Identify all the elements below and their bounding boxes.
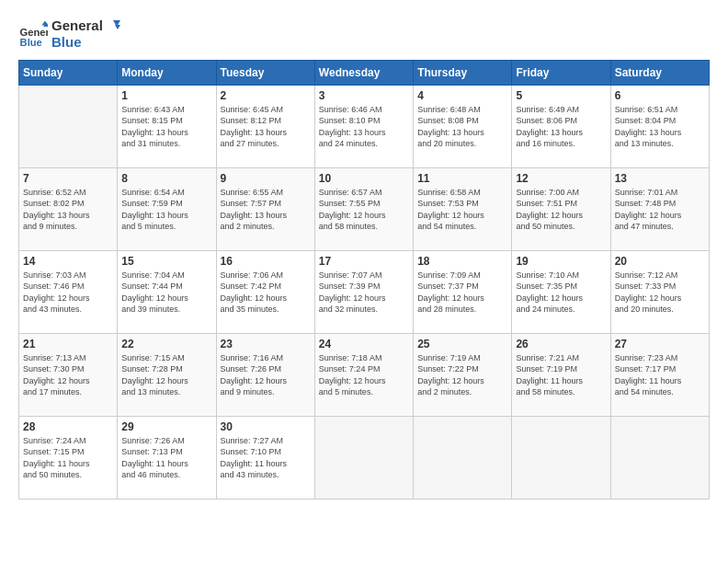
calendar-cell: 8Sunrise: 6:54 AM Sunset: 7:59 PM Daylig…	[118, 167, 216, 250]
day-info: Sunrise: 6:52 AM Sunset: 8:02 PM Dayligh…	[23, 187, 113, 233]
day-number: 22	[121, 338, 211, 350]
svg-marker-5	[115, 25, 120, 29]
calendar-cell: 15Sunrise: 7:04 AM Sunset: 7:44 PM Dayli…	[118, 250, 216, 333]
day-number: 24	[319, 338, 409, 350]
svg-text:Blue: Blue	[20, 37, 42, 48]
day-number: 25	[417, 338, 507, 350]
day-number: 3	[319, 89, 409, 102]
calendar-week-2: 7Sunrise: 6:52 AM Sunset: 8:02 PM Daylig…	[19, 167, 710, 250]
calendar-cell: 29Sunrise: 7:26 AM Sunset: 7:13 PM Dayli…	[118, 416, 216, 499]
day-number: 17	[319, 255, 409, 268]
day-info: Sunrise: 6:55 AM Sunset: 7:57 PM Dayligh…	[221, 187, 311, 233]
day-number: 18	[417, 255, 507, 268]
day-info: Sunrise: 6:58 AM Sunset: 7:53 PM Dayligh…	[417, 187, 507, 233]
calendar-cell: 12Sunrise: 7:00 AM Sunset: 7:51 PM Dayli…	[512, 167, 610, 250]
day-number: 7	[23, 172, 113, 185]
weekday-header-sunday: Sunday	[19, 60, 118, 85]
day-info: Sunrise: 7:24 AM Sunset: 7:15 PM Dayligh…	[23, 435, 113, 481]
logo-icon: General Blue	[18, 19, 48, 49]
calendar-cell	[314, 416, 413, 499]
calendar-cell: 14Sunrise: 7:03 AM Sunset: 7:46 PM Dayli…	[19, 250, 118, 333]
day-info: Sunrise: 6:46 AM Sunset: 8:10 PM Dayligh…	[319, 104, 409, 150]
calendar-cell: 2Sunrise: 6:45 AM Sunset: 8:12 PM Daylig…	[216, 85, 314, 167]
day-number: 26	[516, 338, 606, 350]
weekday-header-tuesday: Tuesday	[216, 60, 314, 85]
calendar-cell: 9Sunrise: 6:55 AM Sunset: 7:57 PM Daylig…	[216, 167, 314, 250]
svg-text:General: General	[20, 27, 48, 38]
day-info: Sunrise: 7:12 AM Sunset: 7:33 PM Dayligh…	[615, 270, 705, 316]
calendar-cell: 10Sunrise: 6:57 AM Sunset: 7:55 PM Dayli…	[314, 167, 413, 250]
calendar-cell: 23Sunrise: 7:16 AM Sunset: 7:26 PM Dayli…	[216, 333, 314, 416]
calendar-cell: 3Sunrise: 6:46 AM Sunset: 8:10 PM Daylig…	[314, 85, 413, 167]
day-number: 13	[615, 172, 705, 185]
day-info: Sunrise: 7:18 AM Sunset: 7:24 PM Dayligh…	[319, 352, 409, 398]
day-info: Sunrise: 7:21 AM Sunset: 7:19 PM Dayligh…	[516, 352, 606, 398]
day-number: 6	[615, 89, 705, 102]
calendar-cell: 24Sunrise: 7:18 AM Sunset: 7:24 PM Dayli…	[314, 333, 413, 416]
weekday-header-saturday: Saturday	[610, 60, 709, 85]
calendar-cell: 22Sunrise: 7:15 AM Sunset: 7:28 PM Dayli…	[118, 333, 216, 416]
day-number: 8	[121, 172, 211, 185]
calendar-cell: 7Sunrise: 6:52 AM Sunset: 8:02 PM Daylig…	[19, 167, 118, 250]
weekday-header-friday: Friday	[512, 60, 610, 85]
calendar-table: SundayMondayTuesdayWednesdayThursdayFrid…	[18, 60, 710, 500]
day-number: 4	[417, 89, 507, 102]
day-info: Sunrise: 7:06 AM Sunset: 7:42 PM Dayligh…	[221, 270, 311, 316]
calendar-cell: 18Sunrise: 7:09 AM Sunset: 7:37 PM Dayli…	[414, 250, 512, 333]
calendar-cell: 27Sunrise: 7:23 AM Sunset: 7:17 PM Dayli…	[610, 333, 709, 416]
day-info: Sunrise: 7:07 AM Sunset: 7:39 PM Dayligh…	[319, 270, 409, 316]
logo: General Blue General Blue	[18, 18, 121, 51]
day-number: 16	[221, 255, 311, 268]
day-info: Sunrise: 6:57 AM Sunset: 7:55 PM Dayligh…	[319, 187, 409, 233]
day-number: 9	[221, 172, 311, 185]
calendar-cell: 4Sunrise: 6:48 AM Sunset: 8:08 PM Daylig…	[414, 85, 512, 167]
day-info: Sunrise: 7:04 AM Sunset: 7:44 PM Dayligh…	[121, 270, 211, 316]
weekday-header-monday: Monday	[118, 60, 216, 85]
calendar-cell	[610, 416, 709, 499]
day-info: Sunrise: 6:43 AM Sunset: 8:15 PM Dayligh…	[121, 104, 211, 150]
day-number: 19	[516, 255, 606, 268]
day-number: 15	[121, 255, 211, 268]
calendar-cell: 28Sunrise: 7:24 AM Sunset: 7:15 PM Dayli…	[19, 416, 118, 499]
calendar-cell: 11Sunrise: 6:58 AM Sunset: 7:53 PM Dayli…	[414, 167, 512, 250]
calendar-cell: 17Sunrise: 7:07 AM Sunset: 7:39 PM Dayli…	[314, 250, 413, 333]
day-info: Sunrise: 7:15 AM Sunset: 7:28 PM Dayligh…	[121, 352, 211, 398]
calendar-week-5: 28Sunrise: 7:24 AM Sunset: 7:15 PM Dayli…	[19, 416, 710, 499]
day-info: Sunrise: 6:45 AM Sunset: 8:12 PM Dayligh…	[221, 104, 311, 150]
calendar-cell: 6Sunrise: 6:51 AM Sunset: 8:04 PM Daylig…	[610, 85, 709, 167]
calendar-cell	[414, 416, 512, 499]
calendar-cell: 30Sunrise: 7:27 AM Sunset: 7:10 PM Dayli…	[216, 416, 314, 499]
day-info: Sunrise: 7:13 AM Sunset: 7:30 PM Dayligh…	[23, 352, 113, 398]
day-info: Sunrise: 7:09 AM Sunset: 7:37 PM Dayligh…	[417, 270, 507, 316]
weekday-header-row: SundayMondayTuesdayWednesdayThursdayFrid…	[19, 60, 710, 85]
day-info: Sunrise: 7:27 AM Sunset: 7:10 PM Dayligh…	[221, 435, 311, 481]
calendar-cell: 16Sunrise: 7:06 AM Sunset: 7:42 PM Dayli…	[216, 250, 314, 333]
calendar-cell: 26Sunrise: 7:21 AM Sunset: 7:19 PM Dayli…	[512, 333, 610, 416]
day-number: 14	[23, 255, 113, 268]
day-info: Sunrise: 6:51 AM Sunset: 8:04 PM Dayligh…	[615, 104, 705, 150]
day-number: 28	[23, 420, 113, 433]
calendar-cell: 13Sunrise: 7:01 AM Sunset: 7:48 PM Dayli…	[610, 167, 709, 250]
day-info: Sunrise: 7:26 AM Sunset: 7:13 PM Dayligh…	[121, 435, 211, 481]
calendar-week-1: 1Sunrise: 6:43 AM Sunset: 8:15 PM Daylig…	[19, 85, 710, 167]
day-number: 12	[516, 172, 606, 185]
logo-text: General	[51, 18, 121, 35]
calendar-week-3: 14Sunrise: 7:03 AM Sunset: 7:46 PM Dayli…	[19, 250, 710, 333]
calendar-cell: 1Sunrise: 6:43 AM Sunset: 8:15 PM Daylig…	[118, 85, 216, 167]
day-info: Sunrise: 7:00 AM Sunset: 7:51 PM Dayligh…	[516, 187, 606, 233]
day-info: Sunrise: 6:48 AM Sunset: 8:08 PM Dayligh…	[417, 104, 507, 150]
page-header: General Blue General Blue	[18, 18, 710, 51]
day-info: Sunrise: 6:54 AM Sunset: 7:59 PM Dayligh…	[121, 187, 211, 233]
day-info: Sunrise: 7:01 AM Sunset: 7:48 PM Dayligh…	[615, 187, 705, 233]
logo-blue-text: Blue	[51, 35, 121, 51]
day-info: Sunrise: 6:49 AM Sunset: 8:06 PM Dayligh…	[516, 104, 606, 150]
day-number: 5	[516, 89, 606, 102]
day-info: Sunrise: 7:03 AM Sunset: 7:46 PM Dayligh…	[23, 270, 113, 316]
calendar-cell: 25Sunrise: 7:19 AM Sunset: 7:22 PM Dayli…	[414, 333, 512, 416]
calendar-cell	[512, 416, 610, 499]
calendar-week-4: 21Sunrise: 7:13 AM Sunset: 7:30 PM Dayli…	[19, 333, 710, 416]
calendar-cell: 20Sunrise: 7:12 AM Sunset: 7:33 PM Dayli…	[610, 250, 709, 333]
day-info: Sunrise: 7:10 AM Sunset: 7:35 PM Dayligh…	[516, 270, 606, 316]
day-number: 10	[319, 172, 409, 185]
day-info: Sunrise: 7:16 AM Sunset: 7:26 PM Dayligh…	[221, 352, 311, 398]
